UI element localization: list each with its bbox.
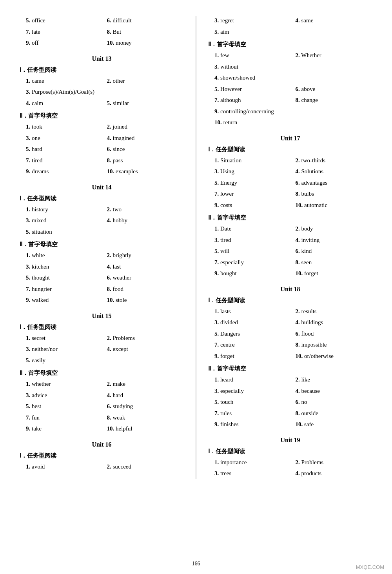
pre-items-left: 5. office6. difficult7. late8. But9. off… [26,16,184,48]
list-item: 5. aim [214,27,372,37]
list-item: 2. like [296,375,373,385]
list-item: 9. dreams [26,167,103,177]
list-item: 7. although [214,95,292,105]
unit-title: Unit 16 [20,441,184,448]
list-item: 8. food [107,284,184,294]
list-item: 5. However [214,84,292,94]
list-item: 1. white [26,251,103,261]
list-item: 1. heard [214,375,292,385]
list-item: 2. two [107,205,184,215]
section-title: Ⅱ．首字母填空 [208,41,372,48]
list-item: 1. came [26,76,103,86]
list-item: 3. advice [26,391,103,401]
pre-items-right: 3. regret4. same5. aim [214,16,372,37]
list-item: 2. Whether [296,51,373,61]
list-item: 5. touch [214,397,292,407]
list-item: 3. without [214,62,372,72]
section-title: Ⅱ．首字母填空 [20,241,184,248]
list-item: 4. calm [26,98,103,109]
list-item: 9. bought [214,269,292,279]
list-item: 9. off [26,38,103,48]
list-item: 4. Solutions [296,167,373,177]
list-item: 1. history [26,205,103,215]
list-item: 7. lower [214,189,292,199]
list-item: 6. advantages [296,178,373,188]
list-item: 5. situation [26,227,184,237]
watermark: MXQE.COM [356,564,384,570]
list-item: 4. imagined [107,133,184,144]
list-item: 1. secret [26,333,103,343]
list-item: 6. weather [107,273,184,283]
list-item: 3. divided [214,318,292,328]
list-item: 2. Problems [296,458,373,468]
list-item: 1. whether [26,379,103,389]
list-item: 8. pass [107,156,184,166]
list-item: 9. forget [214,351,292,361]
list-item: 5. Dangers [214,329,292,339]
list-item: 6. difficult [107,16,184,26]
list-item: 2. joined [107,122,184,132]
page-number: 166 [192,561,200,567]
items-grid: 1. secret2. Problems3. neither/nor4. exc… [26,333,184,366]
list-item: 2. results [296,307,373,317]
list-item: 3. Using [214,167,292,177]
items-grid: 1. Situation2. two-thirds3. Using4. Solu… [214,156,372,211]
list-item: 2. succeed [107,462,184,472]
list-item: 6. since [107,144,184,154]
list-item: 2. two-thirds [296,156,373,166]
list-item: 10. money [107,38,184,48]
left-column: 5. office6. difficult7. late8. But9. off… [12,16,192,479]
items-grid: 1. Date2. body3. tired4. inviting5. will… [214,224,372,279]
list-item: 8. bulbs [296,189,373,199]
list-item: 1. took [26,122,103,132]
list-item: 9. walked [26,295,103,305]
list-item: 4. buildings [296,318,373,328]
list-item: 2. body [296,224,373,234]
list-item: 10. safe [296,420,373,430]
items-grid: 1. heard2. like3. especially4. because5.… [214,375,372,430]
list-item: 9. finishes [214,420,292,430]
list-item: 5. thought [26,273,103,283]
list-item: 8. impossible [296,340,373,350]
list-item: 5. Energy [214,178,292,188]
list-item: 6. flood [296,329,373,339]
unit-title: Unit 14 [20,184,184,191]
list-item: 1. few [214,51,292,61]
list-item: 7. late [26,27,103,37]
section-title: Ⅰ．任务型阅读 [20,452,184,460]
list-item: 1. importance [214,458,292,468]
list-item: 7. fun [26,413,103,423]
list-item: 3. Purpose(s)/Aim(s)/Goal(s) [26,87,184,97]
list-item: 6. no [296,397,373,407]
list-item: 4. products [296,469,373,479]
list-item: 3. tired [214,235,292,245]
items-grid: 1. avoid2. succeed [26,462,184,472]
list-item: 6. above [296,84,373,94]
list-item: 5. similar [107,98,184,109]
column-divider [196,16,196,479]
list-item: 10. forget [296,269,373,279]
section-title: Ⅰ．任务型阅读 [208,448,372,455]
list-item: 9. controlling/concerning [214,107,372,117]
list-item: 4. hobby [107,216,184,226]
items-grid: 1. whether2. make3. advice4. hard5. best… [26,379,184,434]
section-title: Ⅰ．任务型阅读 [20,323,184,331]
list-item: 7. rules [214,409,292,419]
list-item: 10. helpful [107,424,184,434]
list-item: 5. office [26,16,103,26]
list-item: 3. kitchen [26,262,103,272]
list-item: 8. weak [107,413,184,423]
list-item: 4. except [107,344,184,354]
items-grid: 1. history2. two3. mixed4. hobby5. situa… [26,205,184,237]
items-grid: 1. white2. brightly3. kitchen4. last5. t… [26,251,184,305]
unit-title: Unit 18 [208,286,372,293]
list-item: 7. hungrier [26,284,103,294]
list-item: 4. shown/showed [214,73,372,83]
list-item: 5. best [26,401,103,412]
list-item: 7. especially [214,258,292,268]
list-item: 7. tired [26,156,103,166]
list-item: 1. Date [214,224,292,234]
items-grid: 1. lasts2. results3. divided4. buildings… [214,307,372,361]
unit-title: Unit 19 [208,437,372,444]
list-item: 8. seen [296,258,373,268]
